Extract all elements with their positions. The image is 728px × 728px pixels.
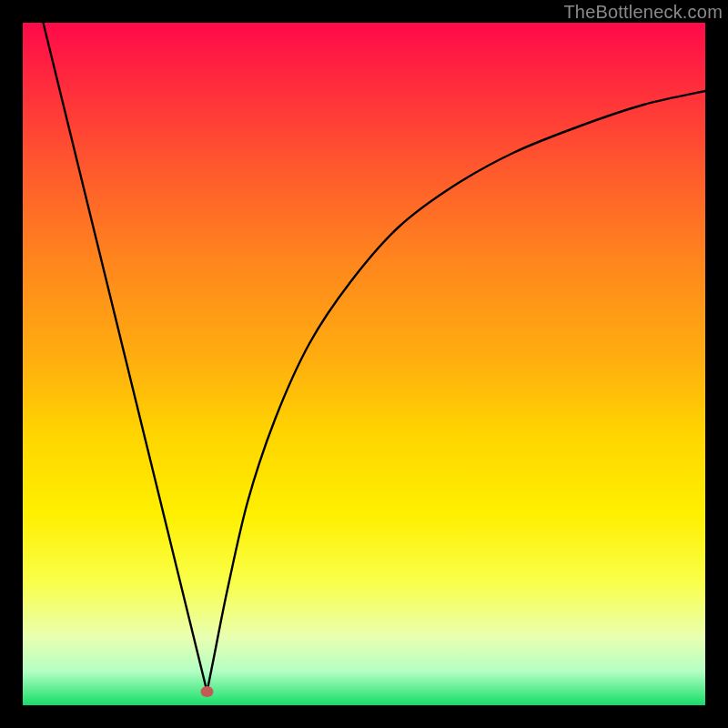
curve-layer (23, 23, 705, 705)
plot-area (23, 23, 705, 705)
chart-frame: TheBottleneck.com (0, 0, 728, 728)
bottleneck-curve (44, 23, 706, 692)
watermark-text: TheBottleneck.com (563, 2, 723, 23)
optimal-point-marker (201, 686, 214, 697)
